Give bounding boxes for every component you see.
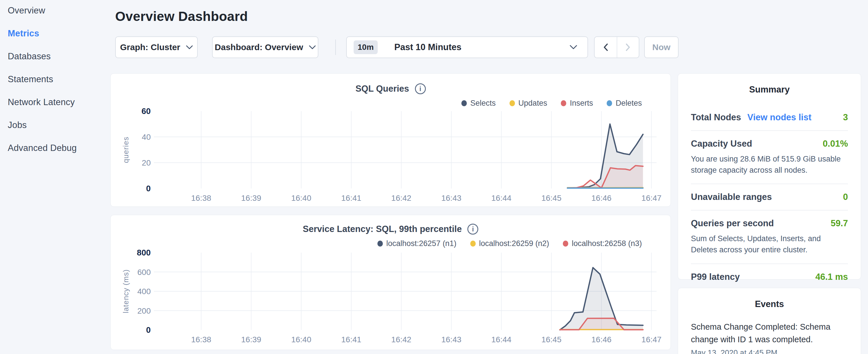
svg-text:16:44: 16:44: [492, 335, 512, 344]
svg-text:16:38: 16:38: [191, 194, 211, 202]
now-button-label: Now: [652, 42, 670, 52]
time-range-selector[interactable]: 10m Past 10 Minutes: [346, 36, 588, 58]
summary-row-value: 0: [843, 192, 848, 202]
summary-rows: Total NodesView nodes list3Capacity Used…: [691, 104, 848, 290]
summary-row-label: Unavailable ranges: [691, 192, 772, 202]
toolbar-divider: [335, 39, 336, 55]
summary-row-value: 59.7: [831, 218, 848, 229]
chevron-left-icon: [603, 43, 608, 51]
summary-row-value: 46.1 ms: [815, 272, 848, 282]
time-step-back-button[interactable]: [595, 37, 617, 58]
svg-text:16:40: 16:40: [291, 194, 311, 202]
svg-text:60: 60: [142, 106, 151, 116]
svg-text:16:47: 16:47: [641, 194, 661, 202]
svg-text:0: 0: [146, 184, 151, 193]
svg-text:16:42: 16:42: [391, 335, 411, 344]
svg-text:20: 20: [142, 158, 151, 167]
svg-text:16:41: 16:41: [341, 335, 361, 344]
svg-text:16:44: 16:44: [492, 194, 512, 202]
chevron-down-icon: [309, 45, 316, 50]
time-step-controls: [594, 36, 639, 58]
service-latency-chart[interactable]: 16:3816:3916:4016:4116:4216:4316:4416:45…: [111, 215, 671, 350]
events-panel: Events Schema Change Completed: Schema c…: [678, 288, 861, 354]
events-panel-title: Events: [678, 288, 861, 309]
svg-text:16:43: 16:43: [441, 335, 461, 344]
sidebar-item-jobs[interactable]: Jobs: [8, 121, 110, 129]
sql-queries-chart-card: SQL Queries i SelectsUpdatesInsertsDelet…: [110, 73, 671, 207]
svg-text:16:40: 16:40: [291, 335, 311, 344]
sql-queries-chart[interactable]: 16:3816:3916:4016:4116:4216:4316:4416:45…: [111, 74, 671, 207]
svg-text:16:43: 16:43: [441, 194, 461, 202]
sidebar-item-statements[interactable]: Statements: [8, 75, 110, 84]
svg-text:queries: queries: [122, 137, 130, 163]
svg-text:latency (ms): latency (ms): [122, 269, 130, 313]
summary-row: Queries per second59.7Sum of Selects, Up…: [691, 210, 848, 263]
summary-panel-title: Summary: [678, 74, 861, 95]
sidebar-item-network-latency[interactable]: Network Latency: [8, 98, 110, 106]
sidebar-item-advanced-debug[interactable]: Advanced Debug: [8, 143, 110, 152]
graph-scope-dropdown[interactable]: Graph: Cluster: [115, 36, 198, 58]
chevron-down-icon: [570, 45, 577, 50]
now-button[interactable]: Now: [644, 36, 679, 58]
summary-row: P99 latency46.1 ms: [691, 263, 848, 290]
sidebar-item-overview[interactable]: Overview: [8, 6, 110, 15]
view-nodes-list-link[interactable]: View nodes list: [747, 112, 811, 123]
event-timestamp: May 13, 2020 at 4:45 PM: [691, 349, 848, 354]
svg-text:16:39: 16:39: [241, 194, 261, 202]
svg-text:40: 40: [142, 133, 151, 141]
graph-scope-dropdown-label: Graph: Cluster: [120, 42, 180, 52]
svg-text:16:45: 16:45: [541, 194, 561, 202]
svg-text:400: 400: [137, 287, 151, 296]
summary-row-label: P99 latency: [691, 272, 740, 282]
svg-text:600: 600: [137, 268, 151, 277]
time-range-badge: 10m: [353, 40, 378, 54]
chevron-down-icon: [186, 45, 193, 50]
svg-text:0: 0: [146, 325, 151, 334]
svg-text:16:42: 16:42: [391, 194, 411, 202]
summary-row-value: 0.01%: [823, 139, 848, 149]
summary-row-description: Sum of Selects, Updates, Inserts, and De…: [691, 233, 848, 255]
svg-text:16:46: 16:46: [591, 194, 612, 202]
svg-text:16:41: 16:41: [341, 194, 361, 202]
sidebar-item-databases[interactable]: Databases: [8, 52, 110, 61]
svg-text:16:47: 16:47: [641, 335, 661, 344]
svg-text:16:39: 16:39: [241, 335, 261, 344]
time-range-label: Past 10 Minutes: [394, 42, 461, 53]
summary-row: Unavailable ranges0: [691, 184, 848, 210]
service-latency-chart-card: Service Latency: SQL, 99th percentile i …: [110, 215, 671, 350]
svg-text:16:38: 16:38: [191, 335, 211, 344]
summary-row-description: You are using 28.6 MiB of 515.9 GiB usab…: [691, 154, 848, 176]
sidebar-item-metrics[interactable]: Metrics: [8, 29, 110, 38]
svg-text:200: 200: [137, 307, 151, 315]
time-step-forward-button[interactable]: [617, 37, 639, 58]
summary-panel: Summary Total NodesView nodes list3Capac…: [678, 73, 861, 280]
event-item[interactable]: Schema Change Completed: Schema change w…: [691, 321, 848, 354]
dashboard-dropdown-label: Dashboard: Overview: [215, 42, 303, 52]
summary-row-label: Queries per second: [691, 218, 774, 229]
summary-row-label: Total Nodes: [691, 112, 741, 123]
sidebar-nav: OverviewMetricsDatabasesStatementsNetwor…: [0, 0, 110, 354]
dashboard-dropdown[interactable]: Dashboard: Overview: [212, 36, 318, 58]
svg-text:16:46: 16:46: [591, 335, 612, 344]
summary-row: Total NodesView nodes list3: [691, 104, 848, 130]
summary-row: Capacity Used0.01%You are using 28.6 MiB…: [691, 130, 848, 184]
summary-row-label: Capacity Used: [691, 139, 752, 149]
events-list: Schema Change Completed: Schema change w…: [691, 321, 848, 354]
summary-row-value: 3: [843, 112, 848, 123]
page-title: Overview Dashboard: [115, 9, 248, 24]
svg-text:800: 800: [137, 248, 151, 257]
chevron-right-icon: [626, 43, 630, 51]
event-text: Schema Change Completed: Schema change w…: [691, 321, 848, 346]
svg-text:16:45: 16:45: [541, 335, 561, 344]
